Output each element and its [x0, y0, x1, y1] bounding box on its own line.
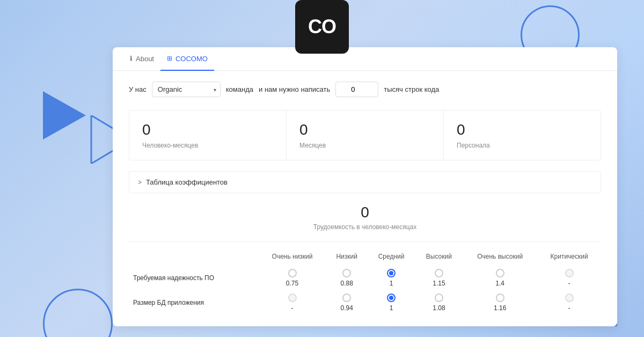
val-reliability-very-low: 0.75 [286, 280, 298, 287]
expand-icon: > [138, 179, 142, 186]
val-dbsize-low: 0.94 [341, 304, 353, 312]
collapsible-label: Таблица коэффициентов [146, 178, 228, 186]
radio-dbsize-low[interactable] [342, 294, 351, 302]
val-dbsize-very-high: 1.16 [494, 304, 506, 312]
val-reliability-low: 0.88 [341, 280, 353, 287]
stat-man-months: 0 Человеко-месяцев [129, 111, 287, 160]
tab-cocomo[interactable]: ⊞ COCOMO [160, 47, 214, 71]
radio-cell: 1.16 [463, 290, 537, 315]
val-reliability-mid: 1 [390, 280, 393, 287]
logo-text: CO [308, 16, 336, 38]
radio-cell: 1 [367, 290, 415, 315]
content-area: У нас Organic Semi-detached Embedded ▾ к… [113, 71, 617, 326]
stat-man-months-label: Человеко-месяцев [142, 142, 273, 149]
col-header-very-high: Очень высокий [463, 251, 537, 266]
stats-row: 0 Человеко-месяцев 0 Месяцев 0 Персонала [129, 110, 601, 160]
radio-dbsize-mid[interactable] [387, 294, 396, 302]
tab-about[interactable]: ℹ About [123, 47, 160, 71]
radio-dbsize-very-high[interactable] [496, 294, 504, 302]
radio-dbsize-high[interactable] [435, 294, 443, 302]
center-value: 0 [129, 204, 601, 221]
radio-cell: 1.15 [415, 266, 463, 290]
info-icon: ℹ [130, 55, 133, 62]
val-dbsize-mid: 1 [390, 304, 393, 312]
deco-circle-bottom-left [43, 289, 113, 337]
table-row: Размер БД приложения - 0.94 [129, 290, 601, 315]
val-reliability-high: 1.15 [433, 280, 445, 287]
radio-reliability-very-low[interactable] [288, 269, 297, 277]
table-row: Требуемая надежность ПО 0.75 0.88 [129, 266, 601, 290]
radio-reliability-low[interactable] [342, 269, 351, 277]
center-label: Трудоемкость в человеко-месяцах [129, 223, 601, 231]
middle-text: команда [226, 85, 253, 93]
center-metric: 0 Трудоемкость в человеко-месяцах [129, 204, 601, 231]
col-header-empty [129, 251, 258, 266]
type-select[interactable]: Organic Semi-detached Embedded [152, 82, 221, 97]
radio-reliability-critical [565, 269, 574, 277]
deco-triangle-left [43, 91, 86, 140]
tab-cocomo-label: COCOMO [175, 55, 208, 63]
collapsible-coeff[interactable]: > Таблица коэффициентов [129, 171, 601, 193]
grid-icon: ⊞ [167, 55, 172, 62]
col-header-very-low: Очень низкий [258, 251, 326, 266]
code-lines-input[interactable] [335, 82, 378, 97]
input-row: У нас Organic Semi-detached Embedded ▾ к… [129, 82, 601, 97]
radio-reliability-very-high[interactable] [496, 269, 504, 277]
coeff-table: Очень низкий Низкий Средний Высокий Очен… [129, 251, 601, 315]
radio-cell: - [537, 266, 601, 290]
radio-dbsize-critical [565, 294, 574, 302]
row-label-db-size: Размер БД приложения [129, 290, 258, 315]
section-divider [129, 241, 601, 242]
main-card: ℹ About ⊞ COCOMO У нас Organic Semi-deta… [113, 47, 617, 326]
radio-cell: 0.75 [258, 266, 326, 290]
type-select-wrapper: Organic Semi-detached Embedded ▾ [152, 82, 221, 97]
row-label-reliability: Требуемая надежность ПО [129, 266, 258, 290]
app-logo: CO [295, 0, 349, 54]
radio-reliability-mid[interactable] [387, 269, 396, 277]
col-header-high: Высокий [415, 251, 463, 266]
end-text: тысяч строк кода [384, 85, 439, 93]
val-dbsize-very-low: - [291, 304, 294, 312]
radio-cell: - [258, 290, 326, 315]
radio-cell: 1 [367, 266, 415, 290]
tabs-bar: ℹ About ⊞ COCOMO [113, 47, 617, 71]
radio-cell: 1.4 [463, 266, 537, 290]
val-reliability-critical: - [568, 280, 570, 287]
stat-man-months-value: 0 [142, 121, 273, 138]
radio-dbsize-very-low [288, 294, 297, 302]
radio-reliability-high[interactable] [435, 269, 443, 277]
stat-personnel: 0 Персонала [444, 111, 601, 160]
stat-personnel-label: Персонала [457, 142, 588, 149]
suffix-text: и нам нужно написать [259, 85, 330, 93]
col-header-low: Низкий [326, 251, 368, 266]
stat-months: 0 Месяцев [287, 111, 444, 160]
prefix-text: У нас [129, 85, 147, 93]
radio-cell: 0.94 [326, 290, 368, 315]
radio-cell: 1.08 [415, 290, 463, 315]
stat-months-label: Месяцев [299, 142, 430, 149]
radio-cell: 0.88 [326, 266, 368, 290]
stat-months-value: 0 [299, 121, 430, 138]
col-header-critical: Критический [537, 251, 601, 266]
val-reliability-very-high: 1.4 [495, 280, 504, 287]
tab-about-label: About [136, 55, 154, 63]
radio-cell: - [537, 290, 601, 315]
val-dbsize-high: 1.08 [433, 304, 445, 312]
stat-personnel-value: 0 [457, 121, 588, 138]
val-dbsize-critical: - [568, 304, 570, 312]
col-header-mid: Средний [367, 251, 415, 266]
